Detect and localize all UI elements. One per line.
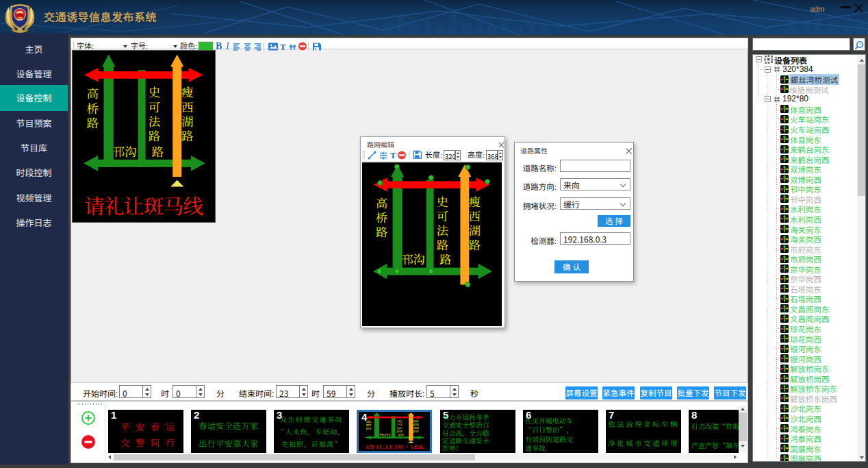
svg-text:T: T — [390, 150, 396, 160]
svg-text:字号:: 字号: — [131, 41, 148, 51]
svg-text:T: T — [280, 42, 286, 52]
svg-text:颜色:: 颜色: — [180, 41, 197, 51]
svg-text:字体:: 字体: — [77, 41, 94, 51]
svg-text:B: B — [216, 41, 222, 51]
svg-text:I: I — [225, 41, 230, 51]
svg-text:长度:: 长度: — [425, 149, 442, 160]
svg-text:高度:: 高度: — [468, 149, 485, 160]
